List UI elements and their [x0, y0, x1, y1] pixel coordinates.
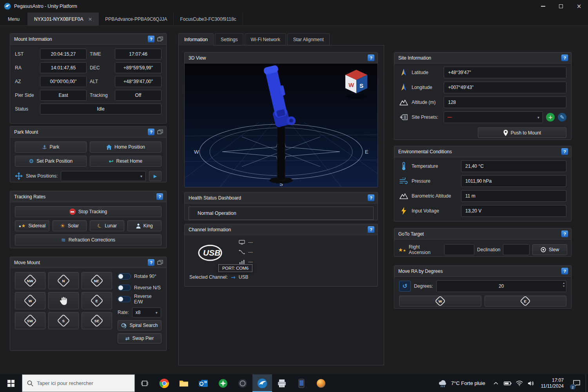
taskbar-search[interactable]	[22, 374, 135, 392]
popout-icon[interactable]	[157, 36, 163, 42]
reverse-ew-toggle[interactable]	[118, 296, 131, 302]
taskbar-clock[interactable]: 17:07 11/11/2024	[537, 374, 568, 392]
move-ra-west-button[interactable]: W	[399, 296, 481, 307]
popout-icon[interactable]	[157, 260, 163, 265]
move-west-button[interactable]: W	[15, 292, 45, 309]
taskbar-outlook-icon[interactable]	[194, 374, 213, 392]
taskbar-pegasus-icon[interactable]	[252, 374, 272, 392]
taskbar-app-globe-icon[interactable]	[311, 374, 331, 392]
rate-select[interactable]: x8 ▾	[132, 307, 161, 318]
taskbar-explorer-icon[interactable]	[174, 374, 194, 392]
start-button[interactable]	[0, 374, 22, 392]
add-preset-button[interactable]: +	[546, 113, 555, 122]
move-east-button[interactable]: E	[82, 292, 112, 309]
tracking-label: Tracking	[90, 93, 112, 98]
help-icon[interactable]: ?	[148, 36, 154, 42]
taskbar-weather[interactable]: 7°C Forte pluie	[433, 374, 490, 392]
stop-tracking-button[interactable]: Stop Tracking	[15, 206, 162, 217]
menu-button[interactable]: Menu	[0, 13, 27, 25]
taskbar-app-dark-icon[interactable]	[233, 374, 252, 392]
popout-icon[interactable]	[157, 129, 163, 134]
help-icon[interactable]: ?	[148, 259, 154, 266]
taskbar-printer-icon[interactable]	[272, 374, 292, 392]
help-icon[interactable]: ?	[561, 268, 568, 274]
stop-motion-button[interactable]	[48, 292, 79, 309]
altitude-input[interactable]: 128	[444, 96, 566, 108]
move-nw-button[interactable]: NW	[15, 272, 45, 289]
taskbar-app-green-icon[interactable]	[213, 374, 233, 392]
help-icon[interactable]: ?	[368, 226, 374, 233]
reverse-ns-toggle[interactable]	[118, 285, 131, 291]
ra-value[interactable]: 14:01:47,65	[40, 62, 87, 73]
move-ne-button[interactable]: NE	[82, 272, 112, 289]
stepper-down-icon[interactable]: ▾	[563, 285, 564, 288]
reset-home-button[interactable]: ↩ Reset Home	[90, 156, 162, 167]
help-icon[interactable]: ?	[148, 129, 154, 135]
tab-close-icon[interactable]: ×	[88, 16, 92, 22]
tab-wifi-network[interactable]: Wi-Fi Network	[245, 33, 286, 45]
help-icon[interactable]: ?	[156, 193, 163, 200]
declination-input[interactable]	[503, 244, 530, 255]
task-view-button[interactable]	[135, 374, 154, 392]
degrees-stepper[interactable]: ▴ ▾	[563, 281, 564, 288]
help-icon[interactable]: ?	[561, 230, 568, 237]
longitude-input[interactable]: +007°49'43"	[444, 82, 566, 93]
help-icon[interactable]: ?	[368, 54, 374, 61]
alt-value[interactable]: +48°39'47,00"	[115, 76, 162, 87]
push-to-mount-button[interactable]: Push to Mount	[478, 127, 566, 138]
solar-rate-button[interactable]: ☀ Solar	[53, 220, 87, 231]
slew-positions-select[interactable]: ▾	[61, 171, 146, 181]
rotate-90-toggle[interactable]	[118, 273, 131, 279]
sidereal-rate-button[interactable]: ★★ Sidereal	[15, 220, 49, 231]
move-ra-east-button[interactable]: E	[485, 296, 567, 307]
help-icon[interactable]: ?	[368, 194, 374, 201]
time-value[interactable]: 17:07:46	[115, 49, 162, 60]
lst-value[interactable]: 20:04:15,27	[40, 49, 87, 60]
set-park-position-button[interactable]: ⚙ Set Park Position	[15, 156, 87, 167]
move-se-button[interactable]: SE	[82, 312, 112, 329]
tray-expand-button[interactable]	[490, 374, 502, 392]
search-input[interactable]	[37, 380, 130, 386]
telescope-3d-viewport[interactable]: N E S W	[185, 64, 377, 187]
site-presets-select[interactable]: — ▾	[444, 111, 543, 123]
slew-positions-label: Slew Positions:	[26, 173, 58, 179]
degrees-input[interactable]: 20 ▴ ▾	[436, 280, 566, 292]
tab-nyx101[interactable]: NYX101-NYX0BFEF0A ×	[27, 13, 98, 25]
park-button[interactable]: ⚓ Park	[15, 142, 87, 152]
taskbar-chrome-icon[interactable]	[154, 374, 174, 392]
show-desktop-button[interactable]	[586, 374, 588, 392]
king-rate-button[interactable]: King	[127, 220, 162, 231]
help-icon[interactable]: ?	[561, 148, 568, 155]
home-position-button[interactable]: Home Position	[90, 142, 162, 152]
latitude-input[interactable]: +48°39'47"	[444, 67, 566, 78]
minimize-button[interactable]	[534, 0, 552, 13]
lunar-rate-button[interactable]: ☾ Lunar	[90, 220, 124, 231]
tab-focuscube3[interactable]: FocusCube3-FC300f9118c	[173, 13, 243, 25]
move-sw-button[interactable]: SW	[15, 312, 45, 329]
slew-button[interactable]: Slew	[532, 244, 567, 255]
close-button[interactable]: ×	[570, 0, 588, 13]
network-tray-button[interactable]	[514, 374, 525, 392]
help-icon[interactable]: ?	[561, 54, 568, 61]
slew-go-button[interactable]: ▶	[149, 171, 162, 181]
edit-preset-button[interactable]: ✎	[558, 113, 566, 122]
tab-settings[interactable]: Settings	[215, 33, 243, 45]
tab-information[interactable]: Information	[178, 33, 214, 45]
maximize-button[interactable]	[552, 0, 570, 13]
tab-ppbadvance[interactable]: PPBAdvance-PPBA9C6QJJA	[98, 13, 173, 25]
taskbar-app-phone-icon[interactable]	[292, 374, 311, 392]
swap-pier-button[interactable]: ⇄ Swap Pier	[118, 333, 162, 343]
notification-center-button[interactable]: 2	[568, 374, 586, 392]
move-north-button[interactable]: N	[48, 272, 79, 289]
refraction-corrections-button[interactable]: ≋ Refraction Corrections	[15, 234, 162, 245]
volume-tray-button[interactable]	[525, 374, 537, 392]
tab-star-alignment[interactable]: Star Alignment	[287, 33, 330, 45]
move-south-button[interactable]: S	[48, 312, 79, 329]
spiral-search-button[interactable]: Spiral Search	[118, 320, 162, 330]
dec-value[interactable]: +89°59'59,99"	[115, 62, 162, 73]
battery-tray-button[interactable]	[502, 374, 514, 392]
rate-label: Rate:	[118, 310, 129, 315]
right-ascension-input[interactable]	[444, 244, 474, 255]
az-value[interactable]: 00°00'00,00"	[40, 76, 87, 87]
stepper-up-icon[interactable]: ▴	[563, 281, 564, 285]
